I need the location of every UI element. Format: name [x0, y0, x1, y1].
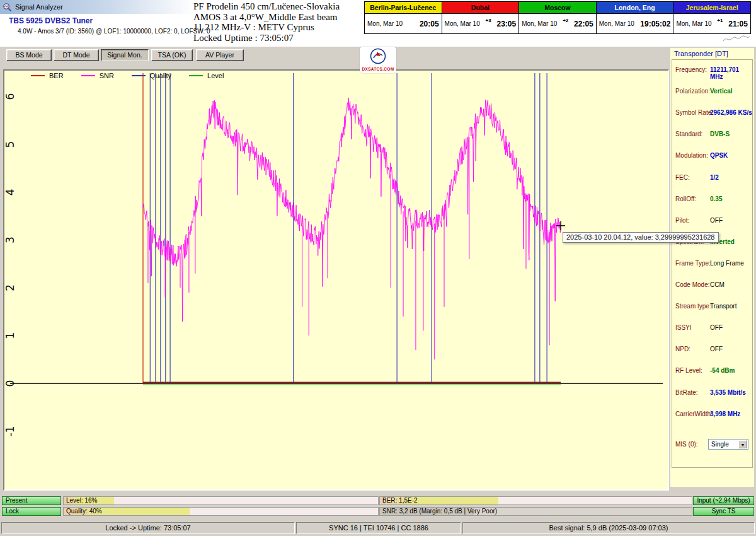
- transponder-value: OFF: [710, 217, 723, 224]
- transponder-value: OFF: [710, 324, 723, 331]
- legend-ber-label: BER: [49, 72, 64, 79]
- chart-plot-area[interactable]: 6543210-1: [5, 71, 667, 487]
- transponder-value: 2962,986 KS/s: [710, 109, 752, 116]
- clock-city-label: Berlin-Paris-Lučenec: [365, 2, 442, 14]
- transponder-label: Code Mode:: [675, 281, 709, 288]
- signal-analyzer-window: Signal Analyzer TBS 5925 DVBS2 Tuner 4.0…: [0, 0, 756, 536]
- ber-bar-label: BER: 1,5E-2: [382, 497, 418, 505]
- mis-value: Single: [711, 441, 729, 448]
- dxsatcs-logo-text: DXSATCS.COM: [360, 67, 396, 71]
- transponder-box: Frequency:11211,701 MHzPolarization:Vert…: [672, 59, 753, 468]
- clock-time: 23:05: [496, 20, 516, 28]
- transponder-title: Transponder [DT]: [674, 50, 728, 57]
- transponder-label: RF Level:: [675, 367, 702, 374]
- transponder-row-npd: NPD:OFF: [672, 346, 752, 354]
- header-area: Signal Analyzer TBS 5925 DVBS2 Tuner 4.0…: [0, 0, 756, 47]
- tab-bs-mode[interactable]: BS Mode: [6, 49, 52, 61]
- transponder-label: Modulation:: [675, 152, 708, 159]
- transponder-label: Polarization:: [675, 88, 710, 95]
- y-axis-tick-label: 6: [5, 93, 16, 100]
- dxsatcs-logo-icon: [370, 48, 386, 64]
- tab-signal-mon[interactable]: Signal Mon.: [101, 49, 149, 61]
- clock-moscow: Moscow Mon, Mar 10 +2 22:05: [519, 2, 597, 33]
- transponder-label: ISSYI: [675, 324, 692, 331]
- snr-bar-label: SNR: 3,2 dB (Margin: 0,5 dB | Very Poor): [382, 508, 497, 516]
- title-bar: Signal Analyzer: [0, 0, 195, 14]
- clock-time: 21:05: [728, 20, 748, 28]
- transponder-value: 3,535 Mbit/s: [710, 389, 746, 396]
- clock-date: Mon, Mar 10: [445, 20, 480, 27]
- tab-av-player[interactable]: AV Player: [196, 49, 244, 61]
- clock-jerusalem: Jerusalem-Israel Mon, Mar 10 +1 21:05: [673, 2, 750, 33]
- clock-berlin: Berlin-Paris-Lučenec Mon, Mar 10 20:05: [365, 2, 442, 33]
- annotation-line-1: PF Prodelin 450 cm/Lučenec-Slovakia: [193, 1, 366, 12]
- app-icon: [3, 3, 12, 12]
- quality-bar-label: Quality: 40%: [66, 508, 102, 516]
- transponder-row-issyi: ISSYIOFF: [672, 324, 752, 333]
- transponder-row-fec: FEC:1/2: [672, 174, 752, 183]
- transponder-row-modulation: Modulation:QPSK: [672, 152, 752, 161]
- legend-level-line: [189, 75, 203, 76]
- legend-quality-line: [132, 75, 146, 76]
- clock-date: Mon, Mar 10: [676, 20, 711, 27]
- transponder-row-rolloff: RollOff:0.35: [672, 195, 752, 204]
- transponder-value: 1/2: [710, 174, 719, 181]
- transponder-value: CCM: [710, 281, 724, 288]
- transponder-row-bitrate: BitRate:3,535 Mbit/s: [672, 389, 752, 398]
- tuner-title: TBS 5925 DVBS2 Tuner: [9, 16, 93, 25]
- status-bar: Locked -> Uptime: 73:05:07 SYNC 16 | TEI…: [0, 521, 756, 536]
- transponder-label: Pilot:: [675, 217, 689, 224]
- legend-quality-label: Quality: [150, 72, 171, 79]
- annotation-line-3: 11 212 MHz-V : METV Cyprus: [193, 22, 366, 33]
- transponder-row-streamtype: Stream type:Transport: [672, 303, 752, 312]
- transponder-row-symbolrate: Symbol Rate:2962,986 KS/s: [672, 109, 752, 118]
- input-indicator: Input (~2,94 Mbps): [693, 496, 754, 505]
- transponder-label: Symbol Rate:: [675, 109, 713, 116]
- y-axis-tick-label: -1: [5, 426, 16, 436]
- clock-date: Mon, Mar 10: [367, 20, 403, 27]
- clock-london: London, Eng Mon, Mar 10 19:05:02: [597, 2, 674, 33]
- clock-city-label: Jerusalem-Israel: [673, 2, 750, 14]
- present-indicator: Present: [2, 496, 61, 505]
- status-locked-uptime: Locked -> Uptime: 73:05:07: [1, 522, 295, 534]
- annotation-line-2: AMOS 3 at 4,0°W_Middle East beam: [193, 12, 366, 23]
- snr-trace: [143, 98, 561, 322]
- legend-snr: SNR: [81, 72, 114, 79]
- transponder-label: BitRate:: [675, 389, 698, 396]
- chevron-down-icon[interactable]: ▼: [738, 440, 747, 448]
- clock-date: Mon, Mar 10: [599, 20, 634, 27]
- legend-ber-line: [31, 75, 45, 76]
- clock-offset: +1: [717, 18, 723, 23]
- world-clock-panel: Berlin-Paris-Lučenec Mon, Mar 10 20:05 D…: [364, 1, 751, 34]
- transponder-value: Transport: [710, 303, 736, 310]
- clock-time: 22:05: [574, 20, 593, 28]
- status-best-signal: Best signal: 5,9 dB (2025-03-09 07:03): [462, 522, 755, 534]
- transponder-value: OFF: [710, 346, 723, 352]
- legend-level: Level: [189, 72, 224, 79]
- transponder-row-polarization: Polarization:Vertical: [672, 88, 752, 96]
- clock-body: Mon, Mar 10 +1 21:05: [673, 14, 750, 33]
- transponder-label: RollOff:: [675, 195, 696, 202]
- clock-offset: +2: [563, 18, 568, 23]
- clock-body: Mon, Mar 10 20:05: [365, 14, 442, 33]
- lock-indicator: Lock: [2, 507, 61, 516]
- transponder-label: NPD:: [675, 346, 690, 352]
- signature-scribble: [722, 34, 751, 44]
- transponder-row-pilot: Pilot:OFF: [672, 217, 752, 226]
- transponder-value: 0.35: [710, 195, 722, 202]
- clock-body: Mon, Mar 10 +3 23:05: [442, 14, 519, 33]
- transponder-label: Standard:: [675, 131, 702, 137]
- transponder-value: QPSK: [710, 152, 728, 159]
- clock-time: 20:05: [420, 20, 439, 28]
- mis-dropdown[interactable]: Single ▼: [708, 439, 748, 450]
- tab-dt-mode[interactable]: DT Mode: [54, 49, 99, 61]
- transponder-label: FEC:: [675, 174, 690, 181]
- tab-tsa[interactable]: TSA (OK): [151, 49, 193, 61]
- clock-date: Mon, Mar 10: [522, 20, 557, 27]
- level-bar: Level: 16%: [63, 496, 379, 505]
- transponder-value: 3,998 MHz: [710, 411, 740, 417]
- sync-ts-indicator: Sync TS: [693, 507, 754, 516]
- legend-snr-line: [81, 75, 95, 76]
- clock-city-label: London, Eng: [597, 2, 673, 14]
- transponder-row-rflevel: RF Level:-54 dBm: [672, 367, 752, 376]
